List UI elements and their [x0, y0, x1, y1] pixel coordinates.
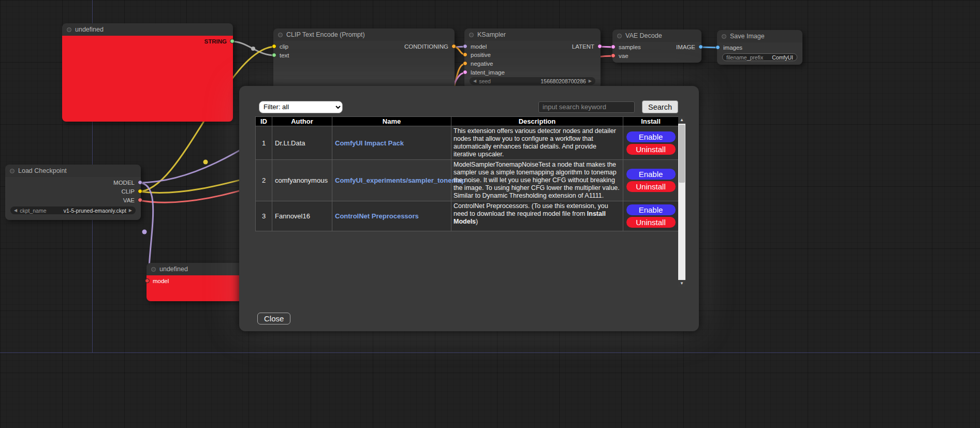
node-title-bar[interactable]: Load Checkpoint	[5, 165, 141, 177]
extension-name-link[interactable]: ComfyUI Impact Pack	[335, 139, 404, 147]
collapse-dot-icon[interactable]	[10, 169, 14, 173]
seed-widget[interactable]: ◀ seed 156680208700286 ▶	[470, 77, 595, 85]
model-input-pin[interactable]	[463, 44, 467, 49]
enable-button[interactable]: Enable	[626, 131, 676, 142]
link-dot	[142, 230, 147, 234]
model-output-pin[interactable]	[138, 180, 142, 185]
enable-button[interactable]: Enable	[626, 169, 676, 180]
node-body: MODEL CLIP VAE ◀ ckpt_name v1-5-pruned-e…	[5, 177, 141, 220]
search-button[interactable]: Search	[642, 100, 678, 113]
node-body: clip text CONDITIONING	[273, 41, 455, 91]
input-slot-label: text	[280, 52, 289, 58]
widget-name: ckpt_name	[20, 208, 46, 214]
input-slot-label: images	[723, 45, 742, 51]
node-body: model positive negative latent_image LAT…	[464, 41, 601, 88]
node-body: images filename_prefix ComfyUI	[717, 42, 802, 65]
widget-prev-icon[interactable]: ◀	[14, 206, 17, 214]
node-title: Save Image	[730, 33, 765, 40]
output-slot-label: VAE	[123, 197, 135, 203]
uninstall-button[interactable]: Uninstall	[626, 217, 676, 228]
node-clip-text-encode[interactable]: CLIP Text Encode (Prompt) clip text COND…	[273, 28, 455, 91]
node-body: samples vae IMAGE	[612, 42, 701, 63]
extension-id: 1	[256, 126, 272, 160]
filename-prefix-widget[interactable]: filename_prefix ComfyUI	[722, 53, 797, 61]
scrollbar-thumb[interactable]	[679, 125, 685, 183]
scroll-down-icon[interactable]: ▼	[678, 280, 685, 287]
scroll-up-icon[interactable]: ▲	[678, 116, 685, 124]
uninstall-button[interactable]: Uninstall	[626, 181, 676, 192]
latent-output-pin[interactable]	[597, 44, 602, 49]
widget-next-icon[interactable]: ▶	[129, 206, 132, 214]
extension-name-link[interactable]: ComfyUI_experiments/sampler_tonemap	[335, 176, 465, 184]
text-input-pin[interactable]	[272, 53, 276, 57]
string-output-pin[interactable]	[230, 39, 235, 43]
node-title-bar[interactable]: VAE Decode	[612, 29, 701, 42]
node-vae-decode[interactable]: VAE Decode samples vae IMAGE	[612, 29, 701, 63]
widget-value: 156680208700286	[540, 78, 586, 84]
clip-input-pin[interactable]	[272, 44, 276, 49]
node-title-bar[interactable]: undefined	[62, 23, 233, 36]
collapse-dot-icon[interactable]	[469, 33, 474, 37]
input-slot-label: negative	[471, 61, 493, 67]
clip-output-pin[interactable]	[138, 189, 142, 194]
input-slot-label: model	[471, 43, 487, 50]
search-input[interactable]	[538, 101, 635, 113]
node-title-bar[interactable]: KSampler	[464, 28, 601, 41]
extension-description: ModelSamplerTonemapNoiseTest a node that…	[451, 160, 623, 201]
input-slot-label: vae	[619, 53, 628, 59]
positive-input-pin[interactable]	[463, 52, 467, 57]
extension-author: Fannovel16	[272, 201, 332, 231]
collapse-dot-icon[interactable]	[151, 267, 156, 272]
latent-image-input-pin[interactable]	[463, 70, 467, 75]
node-canvas[interactable]: { "icons": { "arrow_left": "◀", "arrow_r…	[0, 0, 980, 428]
filter-dropdown[interactable]: Filter: all	[259, 101, 343, 113]
vae-input-pin[interactable]	[611, 53, 616, 58]
images-input-pin[interactable]	[715, 45, 720, 50]
widget-decrement-icon[interactable]: ◀	[473, 77, 476, 85]
extension-author: Dr.Lt.Data	[272, 126, 332, 160]
node-load-checkpoint[interactable]: Load Checkpoint MODEL CLIP VAE ◀ ckpt_na…	[5, 165, 141, 220]
ckpt-name-widget[interactable]: ◀ ckpt_name v1-5-pruned-emaonly.ckpt ▶	[10, 206, 136, 214]
extension-row: 1Dr.Lt.DataComfyUI Impact PackThis exten…	[256, 126, 679, 160]
node-title: Load Checkpoint	[18, 167, 67, 174]
table-scrollbar[interactable]: ▲ ▼	[678, 116, 685, 287]
col-header-id: ID	[256, 117, 272, 126]
node-title: VAE Decode	[625, 32, 662, 39]
node-body: STRING	[62, 36, 233, 122]
samples-input-pin[interactable]	[611, 45, 616, 49]
close-button[interactable]: Close	[257, 313, 290, 324]
extension-row: 2comfyanonymousComfyUI_experiments/sampl…	[256, 160, 679, 201]
collapse-dot-icon[interactable]	[67, 27, 71, 32]
col-header-name: Name	[332, 117, 451, 126]
vae-output-pin[interactable]	[138, 198, 142, 202]
extensions-table: ID Author Name Description Install 1Dr.L…	[255, 116, 678, 287]
widget-increment-icon[interactable]: ▶	[589, 77, 592, 85]
col-header-install: Install	[623, 117, 679, 126]
extension-name-link[interactable]: ControlNet Preprocessors	[335, 212, 419, 220]
uninstall-button[interactable]: Uninstall	[626, 144, 676, 155]
output-slot-label: IMAGE	[676, 44, 695, 50]
negative-input-pin[interactable]	[463, 61, 467, 66]
extension-id: 3	[256, 201, 272, 231]
table-header-row: ID Author Name Description Install	[256, 117, 679, 126]
model-input-pin[interactable]	[145, 278, 150, 283]
collapse-dot-icon[interactable]	[722, 34, 726, 39]
node-ksampler[interactable]: KSampler model positive negative latent_…	[464, 28, 601, 88]
node-title-bar[interactable]: Save Image	[717, 30, 802, 42]
search-group: Search	[538, 100, 678, 113]
enable-button[interactable]: Enable	[626, 204, 676, 215]
collapse-dot-icon[interactable]	[278, 33, 283, 37]
collapse-dot-icon[interactable]	[617, 34, 622, 38]
input-slot-label: clip	[280, 43, 288, 50]
node-save-image[interactable]: Save Image images filename_prefix ComfyU…	[717, 30, 802, 65]
image-output-pin[interactable]	[698, 45, 703, 49]
node-title: CLIP Text Encode (Prompt)	[286, 31, 365, 38]
widget-name: filename_prefix	[726, 54, 763, 61]
input-slot-label: positive	[471, 52, 491, 58]
node-title: undefined	[159, 265, 188, 273]
extension-description: ControlNet Preprocessors. (To use this e…	[451, 201, 623, 231]
node-undefined-top[interactable]: undefined STRING	[62, 23, 233, 122]
conditioning-output-pin[interactable]	[451, 44, 456, 49]
node-title-bar[interactable]: CLIP Text Encode (Prompt)	[273, 28, 455, 41]
extensions-table-body: 1Dr.Lt.DataComfyUI Impact PackThis exten…	[256, 126, 679, 231]
